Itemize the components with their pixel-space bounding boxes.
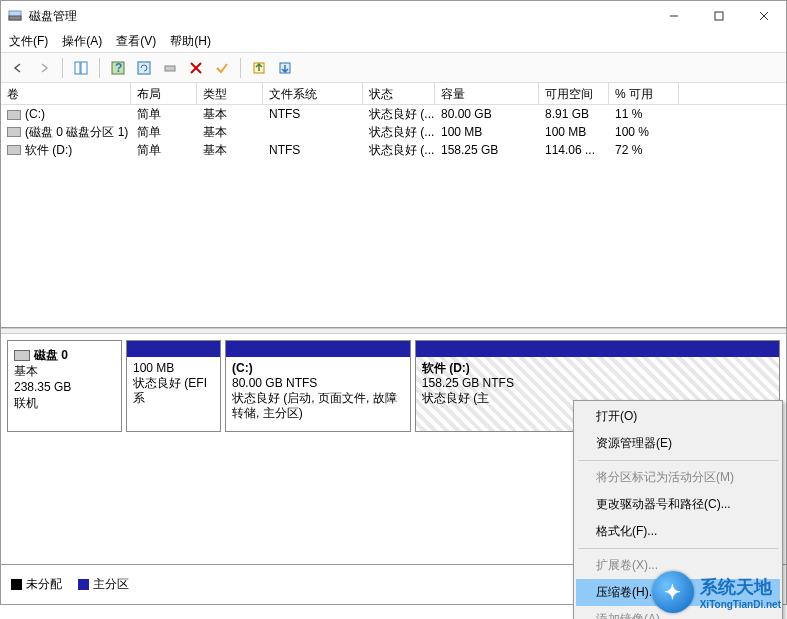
drive-icon xyxy=(7,145,21,155)
disk-label[interactable]: 磁盘 0 基本 238.35 GB 联机 xyxy=(7,340,122,432)
svg-rect-10 xyxy=(138,62,150,74)
col-layout[interactable]: 布局 xyxy=(131,83,197,104)
col-filesystem[interactable]: 文件系统 xyxy=(263,83,363,104)
menu-file[interactable]: 文件(F) xyxy=(9,33,48,50)
disk-bottom-icon[interactable] xyxy=(274,57,296,79)
cm-separator xyxy=(578,548,778,549)
back-button[interactable] xyxy=(7,57,29,79)
volume-row[interactable]: (磁盘 0 磁盘分区 1) 简单 基本 状态良好 (... 100 MB 100… xyxy=(1,123,786,141)
partition-bar xyxy=(127,341,220,357)
col-free[interactable]: 可用空间 xyxy=(539,83,609,104)
minimize-button[interactable] xyxy=(651,2,696,30)
col-status[interactable]: 状态 xyxy=(363,83,435,104)
partition-efi[interactable]: 100 MB 状态良好 (EFI 系 xyxy=(126,340,221,432)
legend-primary: 主分区 xyxy=(78,576,129,593)
menu-help[interactable]: 帮助(H) xyxy=(170,33,211,50)
partition-c[interactable]: (C:) 80.00 GB NTFS 状态良好 (启动, 页面文件, 故障转储,… xyxy=(225,340,411,432)
menu-view[interactable]: 查看(V) xyxy=(116,33,156,50)
menubar: 文件(F) 操作(A) 查看(V) 帮助(H) xyxy=(1,31,786,53)
volume-list: 卷 布局 类型 文件系统 状态 容量 可用空间 % 可用 (C:) 简单 基本 … xyxy=(1,83,786,328)
cm-mark-active: 将分区标记为活动分区(M) xyxy=(576,464,780,491)
settings-icon[interactable] xyxy=(159,57,181,79)
watermark: ✦ 系统天地 XiTongTianDi.net xyxy=(652,571,781,613)
cm-format[interactable]: 格式化(F)... xyxy=(576,518,780,545)
partition-bar xyxy=(226,341,410,357)
volume-row[interactable]: 软件 (D:) 简单 基本 NTFS 状态良好 (... 158.25 GB 1… xyxy=(1,141,786,159)
col-type[interactable]: 类型 xyxy=(197,83,263,104)
close-button[interactable] xyxy=(741,2,786,30)
cm-separator xyxy=(578,460,778,461)
svg-rect-11 xyxy=(165,66,175,71)
watermark-logo-icon: ✦ xyxy=(652,571,694,613)
titlebar: 磁盘管理 xyxy=(1,1,786,31)
partition-bar xyxy=(416,341,779,357)
view-layout-icon[interactable] xyxy=(70,57,92,79)
cm-change-letter[interactable]: 更改驱动器号和路径(C)... xyxy=(576,491,780,518)
window-title: 磁盘管理 xyxy=(29,8,651,25)
svg-rect-7 xyxy=(81,62,87,74)
drive-icon xyxy=(7,110,21,120)
delete-icon[interactable] xyxy=(185,57,207,79)
column-headers: 卷 布局 类型 文件系统 状态 容量 可用空间 % 可用 xyxy=(1,83,786,105)
help-icon[interactable]: ? xyxy=(107,57,129,79)
app-icon xyxy=(7,8,23,24)
apply-icon[interactable] xyxy=(211,57,233,79)
forward-button[interactable] xyxy=(33,57,55,79)
svg-text:?: ? xyxy=(115,61,122,75)
col-volume[interactable]: 卷 xyxy=(1,83,131,104)
drive-icon xyxy=(7,127,21,137)
svg-rect-3 xyxy=(715,12,723,20)
svg-rect-6 xyxy=(75,62,80,74)
svg-rect-1 xyxy=(9,16,21,20)
legend-unallocated: 未分配 xyxy=(11,576,62,593)
volume-row[interactable]: (C:) 简单 基本 NTFS 状态良好 (... 80.00 GB 8.91 … xyxy=(1,105,786,123)
cm-open[interactable]: 打开(O) xyxy=(576,403,780,430)
toolbar: ? xyxy=(1,53,786,83)
disk-icon xyxy=(14,350,30,361)
menu-action[interactable]: 操作(A) xyxy=(62,33,102,50)
maximize-button[interactable] xyxy=(696,2,741,30)
refresh-icon[interactable] xyxy=(133,57,155,79)
disk-top-icon[interactable] xyxy=(248,57,270,79)
col-percent[interactable]: % 可用 xyxy=(609,83,679,104)
col-capacity[interactable]: 容量 xyxy=(435,83,539,104)
cm-explorer[interactable]: 资源管理器(E) xyxy=(576,430,780,457)
